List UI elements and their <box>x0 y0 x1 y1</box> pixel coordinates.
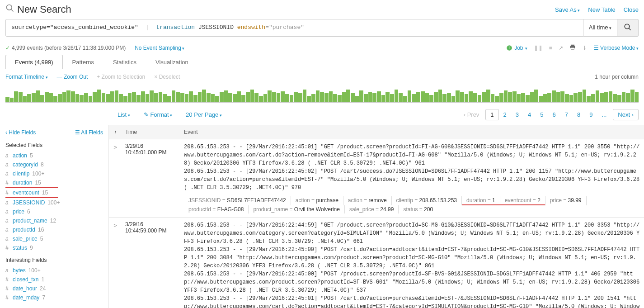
format-dropdown[interactable]: Format <box>144 111 172 118</box>
timeline-bar[interactable] <box>412 94 416 102</box>
timeline-bar[interactable] <box>193 95 197 102</box>
timeline-bar[interactable] <box>115 90 119 102</box>
timeline-bar[interactable] <box>320 92 324 102</box>
timeline-bar[interactable] <box>534 90 538 102</box>
timeline-bar[interactable] <box>456 90 460 102</box>
timeline-bar[interactable] <box>298 93 302 102</box>
timeline-bar[interactable] <box>324 93 329 102</box>
close-link[interactable]: Close <box>624 6 639 13</box>
timeline-bar[interactable] <box>451 96 456 102</box>
timeline-bar[interactable] <box>10 98 14 102</box>
tab-statistics[interactable]: Statistics <box>103 55 146 69</box>
field-item-price[interactable]: aprice6 <box>5 207 103 216</box>
timeline-bar[interactable] <box>403 96 407 102</box>
timeline-bar[interactable] <box>189 91 193 102</box>
timeline-bar[interactable] <box>176 92 180 102</box>
event-field[interactable]: product_name = Orvil the Wolverine <box>249 205 345 213</box>
timeline-bar[interactable] <box>246 92 250 102</box>
event-field[interactable]: sale_price = 24.99 <box>345 205 399 213</box>
timeline-bar[interactable] <box>123 96 127 102</box>
timeline-bar[interactable] <box>630 90 635 102</box>
event-field[interactable]: clientip = 208.65.153.253 <box>392 196 462 205</box>
timeline-bar[interactable] <box>526 95 530 102</box>
timeline-bar[interactable] <box>587 96 591 102</box>
field-item-categoryId[interactable]: acategoryId8 <box>5 160 103 169</box>
timeline-bar[interactable] <box>36 90 40 102</box>
timeline-bar[interactable] <box>565 94 569 102</box>
page-number[interactable]: 5 <box>536 109 548 120</box>
timeline-bar[interactable] <box>277 93 281 102</box>
timeline-bar[interactable] <box>198 92 202 102</box>
timeline-bar[interactable] <box>19 92 23 102</box>
field-item-clientip[interactable]: aclientip100+ <box>5 169 103 178</box>
page-number[interactable]: 2 <box>499 109 511 120</box>
timeline-bar[interactable] <box>254 93 259 102</box>
timeline-bar[interactable] <box>486 90 490 102</box>
timeline-bar[interactable] <box>372 93 376 102</box>
timeline-bar[interactable] <box>207 93 211 102</box>
timeline-bar[interactable] <box>377 91 381 102</box>
expand-toggle[interactable]: > <box>109 143 122 213</box>
timeline-chart[interactable] <box>5 85 639 103</box>
time-range-picker[interactable]: All time <box>583 19 617 37</box>
format-timeline-dropdown[interactable]: Format Timeline <box>5 74 48 80</box>
timeline-bar[interactable] <box>573 93 578 102</box>
page-number[interactable]: 3 <box>511 109 523 120</box>
timeline-bar[interactable] <box>285 94 289 102</box>
timeline-bar[interactable] <box>154 93 158 102</box>
timeline-bar[interactable] <box>32 93 36 102</box>
timeline-bar[interactable] <box>272 92 276 102</box>
timeline-bar[interactable] <box>495 96 499 102</box>
timeline-bar[interactable] <box>442 94 447 102</box>
event-field[interactable]: duration = 1 <box>462 196 500 205</box>
timeline-bar[interactable] <box>552 90 556 102</box>
col-header-time[interactable]: Time <box>122 125 180 139</box>
timeline-bar[interactable] <box>241 95 245 102</box>
timeline-bar[interactable] <box>399 93 403 102</box>
timeline-bar[interactable] <box>263 94 268 102</box>
timeline-bar[interactable] <box>617 95 621 102</box>
timeline-bar[interactable] <box>333 94 337 102</box>
timeline-bar[interactable] <box>635 92 639 102</box>
export-icon[interactable]: ⭳ <box>582 45 588 51</box>
print-icon[interactable] <box>569 44 576 52</box>
timeline-bar[interactable] <box>469 91 473 102</box>
col-header-i[interactable]: i <box>109 125 122 139</box>
timeline-bar[interactable] <box>66 90 71 102</box>
timeline-bar[interactable] <box>578 92 582 102</box>
search-input[interactable]: sourcetype="access_combined_wcookie" | t… <box>5 19 583 37</box>
timeline-bar[interactable] <box>5 97 9 102</box>
timeline-bar[interactable] <box>447 93 451 102</box>
next-page[interactable]: Next › <box>613 109 639 120</box>
search-mode-dropdown[interactable]: ☰ Verbose Mode <box>594 45 639 51</box>
timeline-bar[interactable] <box>512 91 517 102</box>
save-as-link[interactable]: Save As <box>555 6 580 13</box>
timeline-bar[interactable] <box>613 94 617 102</box>
pause-icon[interactable]: ❚❚ <box>534 45 543 51</box>
event-field[interactable]: eventcount = 2 <box>500 196 545 205</box>
timeline-bar[interactable] <box>342 92 346 102</box>
timeline-bar[interactable] <box>311 94 315 102</box>
hide-fields-link[interactable]: ‹ Hide Fields <box>5 129 36 136</box>
timeline-bar[interactable] <box>465 94 469 102</box>
field-item-date_mday[interactable]: #date_mday7 <box>5 293 103 302</box>
timeline-bar[interactable] <box>491 94 495 102</box>
timeline-bar[interactable] <box>346 90 350 102</box>
timeline-bar[interactable] <box>211 94 215 102</box>
timeline-bar[interactable] <box>390 94 394 102</box>
timeline-bar[interactable] <box>385 92 390 102</box>
timeline-bar[interactable] <box>185 94 189 102</box>
field-item-bytes[interactable]: abytes100+ <box>5 266 103 275</box>
timeline-bar[interactable] <box>329 91 333 102</box>
timeline-bar[interactable] <box>596 90 600 102</box>
event-field[interactable]: action = purchase <box>291 196 343 205</box>
timeline-bar[interactable] <box>530 92 534 102</box>
field-item-productId[interactable]: aproductId16 <box>5 225 103 234</box>
timeline-bar[interactable] <box>141 91 145 102</box>
timeline-bar[interactable] <box>106 94 110 102</box>
timeline-bar[interactable] <box>408 90 412 102</box>
timeline-bar[interactable] <box>547 93 551 102</box>
new-table-link[interactable]: New Table <box>588 6 615 13</box>
timeline-bar[interactable] <box>45 92 49 102</box>
timeline-bar[interactable] <box>316 90 320 102</box>
